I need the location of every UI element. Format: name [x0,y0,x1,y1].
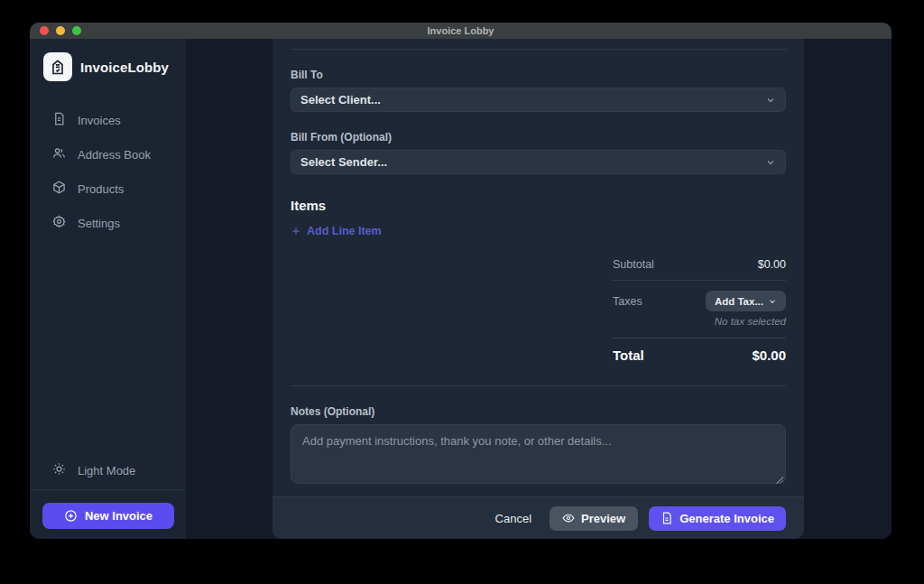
bill-from-select[interactable]: Select Sender... [291,150,786,174]
total-value: $0.00 [752,348,786,363]
notes-label: Notes (Optional) [291,405,786,418]
chevron-down-icon [765,95,776,106]
sidebar-divider [30,489,186,490]
people-icon [52,146,66,162]
add-line-item-label: Add Line Item [307,225,382,237]
cube-icon [52,181,66,197]
notes-textarea[interactable] [291,424,786,484]
add-tax-label: Add Tax... [715,296,763,307]
new-invoice-label: New Invoice [85,509,152,523]
main-area: Bill To Select Client... Bill From (Opti… [186,39,892,539]
total-label: Total [613,348,644,363]
eye-icon [562,512,575,524]
cancel-button[interactable]: Cancel [488,506,539,531]
bill-to-select[interactable]: Select Client... [291,88,786,112]
plus-icon [291,226,301,236]
file-icon [661,512,673,524]
subtotal-row: Subtotal $0.00 [613,255,786,280]
plus-circle-icon [64,509,78,523]
resize-grip[interactable] [775,476,783,484]
subtotal-label: Subtotal [613,258,654,271]
items-heading: Items [291,198,786,213]
sun-icon [52,462,66,478]
sidebar-item-settings[interactable]: Settings [30,206,186,240]
bill-from-label: Bill From (Optional) [291,131,786,144]
sidebar-item-label: Products [78,182,124,196]
sidebar-item-label: Settings [78,217,120,230]
sidebar-item-label: Invoices [78,114,121,127]
app-logo-row: InvoiceLobby [30,39,186,90]
totals-summary: Subtotal $0.00 Taxes Add Tax... [613,255,786,374]
section-divider [291,49,786,50]
sidebar-item-products[interactable]: Products [30,171,186,206]
section-divider [291,385,786,386]
bill-from-value: Select Sender... [300,155,387,169]
bill-to-label: Bill To [291,69,786,81]
generate-invoice-button[interactable]: Generate Invoice [649,506,786,531]
subtotal-value: $0.00 [758,258,786,271]
theme-toggle[interactable]: Light Mode [30,453,186,489]
total-row: Total $0.00 [613,338,786,374]
invoice-form: Bill To Select Client... Bill From (Opti… [273,39,804,496]
window-title: Invoice Lobby [30,25,892,36]
add-tax-select[interactable]: Add Tax... [706,291,786,311]
chevron-down-icon [768,297,777,306]
app-name: InvoiceLobby [80,60,169,75]
gear-icon [52,215,66,231]
taxes-row: Taxes Add Tax... [613,281,786,313]
sidebar-item-address-book[interactable]: Address Book [30,137,186,171]
app-window: Invoice Lobby InvoiceLobby [30,23,892,539]
chevron-down-icon [765,157,776,168]
app-logo-icon [43,52,72,81]
preview-label: Preview [581,512,625,525]
preview-button[interactable]: Preview [550,506,638,531]
bill-to-value: Select Client... [300,93,381,107]
invoice-document-icon [52,112,66,128]
sidebar-nav: Invoices Address Book [30,103,186,240]
sidebar: InvoiceLobby Invoices [30,39,186,539]
invoice-form-panel: Bill To Select Client... Bill From (Opti… [273,39,804,539]
sidebar-item-label: Address Book [78,148,151,162]
generate-invoice-label: Generate Invoice [679,512,774,525]
no-tax-selected-text: No tax selected [613,313,786,338]
form-footer: Cancel Preview [273,496,804,539]
add-line-item-button[interactable]: Add Line Item [291,225,382,237]
titlebar: Invoice Lobby [30,23,892,39]
sidebar-item-invoices[interactable]: Invoices [30,103,186,137]
taxes-label: Taxes [613,295,642,308]
theme-toggle-label: Light Mode [78,464,135,477]
new-invoice-button[interactable]: New Invoice [42,503,174,529]
